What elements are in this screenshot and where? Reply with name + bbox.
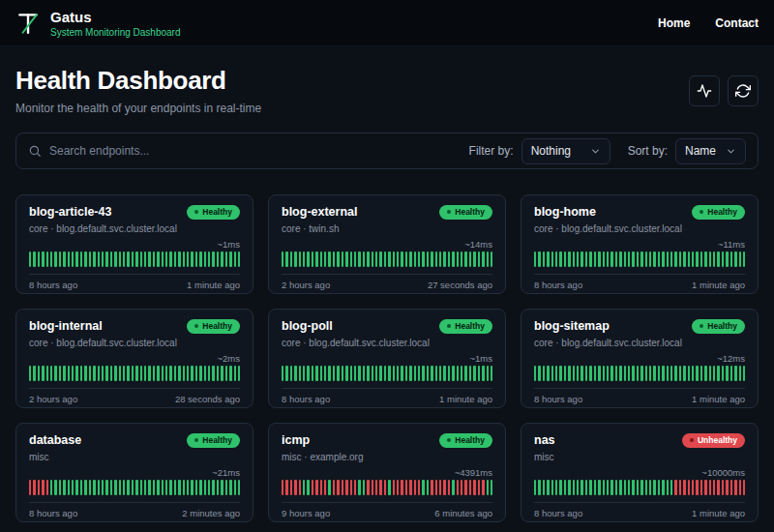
status-bar[interactable] xyxy=(405,366,407,381)
status-bar[interactable] xyxy=(337,480,339,495)
status-bar[interactable] xyxy=(645,480,647,495)
status-bar[interactable] xyxy=(290,480,292,495)
refresh-button[interactable] xyxy=(728,75,759,106)
endpoint-card[interactable]: blog-home Healthy core · blog.default.sv… xyxy=(521,194,759,294)
status-bar[interactable] xyxy=(615,480,617,495)
status-bar[interactable] xyxy=(730,480,732,495)
status-bar[interactable] xyxy=(75,480,77,495)
status-bar[interactable] xyxy=(384,366,386,381)
status-bar[interactable] xyxy=(388,366,390,381)
status-bar[interactable] xyxy=(238,366,240,381)
uptime-bars[interactable] xyxy=(29,366,240,381)
status-bar[interactable] xyxy=(487,480,489,495)
status-bar[interactable] xyxy=(80,366,82,381)
status-bar[interactable] xyxy=(615,251,617,267)
status-bar[interactable] xyxy=(547,366,549,381)
status-bar[interactable] xyxy=(358,251,360,267)
status-bar[interactable] xyxy=(33,366,35,381)
status-bar[interactable] xyxy=(739,480,741,495)
status-bar[interactable] xyxy=(397,251,399,267)
status-bar[interactable] xyxy=(363,251,365,267)
status-bar[interactable] xyxy=(573,251,575,267)
status-bar[interactable] xyxy=(183,251,185,267)
status-bar[interactable] xyxy=(692,251,694,267)
sort-select[interactable]: Name xyxy=(675,138,746,164)
status-bar[interactable] xyxy=(350,251,352,267)
status-bar[interactable] xyxy=(312,480,313,495)
status-bar[interactable] xyxy=(299,480,301,495)
status-bar[interactable] xyxy=(46,251,48,267)
status-bar[interactable] xyxy=(726,251,728,267)
status-bar[interactable] xyxy=(473,251,475,267)
status-bar[interactable] xyxy=(464,251,466,267)
status-bar[interactable] xyxy=(640,480,642,495)
status-bar[interactable] xyxy=(538,480,540,495)
status-bar[interactable] xyxy=(89,251,91,267)
status-bar[interactable] xyxy=(285,251,287,267)
status-bar[interactable] xyxy=(730,251,732,267)
status-bar[interactable] xyxy=(229,366,231,381)
status-bar[interactable] xyxy=(174,251,176,267)
status-bar[interactable] xyxy=(191,251,193,267)
endpoint-card[interactable]: nas Unhealthy misc ~10000ms 8 hours ago … xyxy=(521,423,759,522)
status-bar[interactable] xyxy=(461,366,462,381)
status-bar[interactable] xyxy=(119,366,121,381)
status-bar[interactable] xyxy=(653,251,655,267)
status-bar[interactable] xyxy=(653,366,655,381)
endpoint-card[interactable]: database Healthy misc ~21ms 8 hours ago … xyxy=(15,423,253,522)
status-bar[interactable] xyxy=(722,480,724,495)
status-bar[interactable] xyxy=(221,480,223,495)
status-bar[interactable] xyxy=(50,480,52,495)
status-bar[interactable] xyxy=(637,251,639,267)
status-bar[interactable] xyxy=(80,480,82,495)
status-bar[interactable] xyxy=(649,251,651,267)
status-bar[interactable] xyxy=(290,366,292,381)
status-bar[interactable] xyxy=(140,480,142,495)
uptime-bars[interactable] xyxy=(282,366,492,381)
status-bar[interactable] xyxy=(653,480,655,495)
status-bar[interactable] xyxy=(443,480,445,495)
status-bar[interactable] xyxy=(114,366,116,381)
status-bar[interactable] xyxy=(363,366,365,381)
status-bar[interactable] xyxy=(577,251,579,267)
status-bar[interactable] xyxy=(29,366,31,381)
status-bar[interactable] xyxy=(102,251,104,267)
status-bar[interactable] xyxy=(418,251,420,267)
status-bar[interactable] xyxy=(367,480,369,495)
status-bar[interactable] xyxy=(607,366,609,381)
status-bar[interactable] xyxy=(448,366,450,381)
status-bar[interactable] xyxy=(333,366,335,381)
status-bar[interactable] xyxy=(315,251,317,267)
status-bar[interactable] xyxy=(649,366,651,381)
status-bar[interactable] xyxy=(688,251,690,267)
status-bar[interactable] xyxy=(178,480,180,495)
status-bar[interactable] xyxy=(132,480,134,495)
status-bar[interactable] xyxy=(72,366,74,381)
status-bar[interactable] xyxy=(38,366,40,381)
status-bar[interactable] xyxy=(157,480,159,495)
status-bar[interactable] xyxy=(345,251,347,267)
status-bar[interactable] xyxy=(589,366,591,381)
status-bar[interactable] xyxy=(619,480,621,495)
status-bar[interactable] xyxy=(358,366,360,381)
status-bar[interactable] xyxy=(478,366,480,381)
status-bar[interactable] xyxy=(140,251,142,267)
status-bar[interactable] xyxy=(68,366,70,381)
status-bar[interactable] xyxy=(422,366,424,381)
status-bar[interactable] xyxy=(217,366,219,381)
status-bar[interactable] xyxy=(734,251,736,267)
status-bar[interactable] xyxy=(384,480,386,495)
status-bar[interactable] xyxy=(105,366,107,381)
status-bar[interactable] xyxy=(350,480,352,495)
status-bar[interactable] xyxy=(119,251,121,267)
endpoint-card[interactable]: blog-poll Healthy core · blog.default.sv… xyxy=(268,309,506,408)
status-bar[interactable] xyxy=(42,480,44,495)
status-bar[interactable] xyxy=(580,251,582,267)
status-bar[interactable] xyxy=(431,251,432,267)
status-bar[interactable] xyxy=(414,366,416,381)
status-bar[interactable] xyxy=(165,366,167,381)
status-bar[interactable] xyxy=(54,251,56,267)
status-bar[interactable] xyxy=(153,366,155,381)
status-bar[interactable] xyxy=(435,366,437,381)
status-bar[interactable] xyxy=(443,251,445,267)
